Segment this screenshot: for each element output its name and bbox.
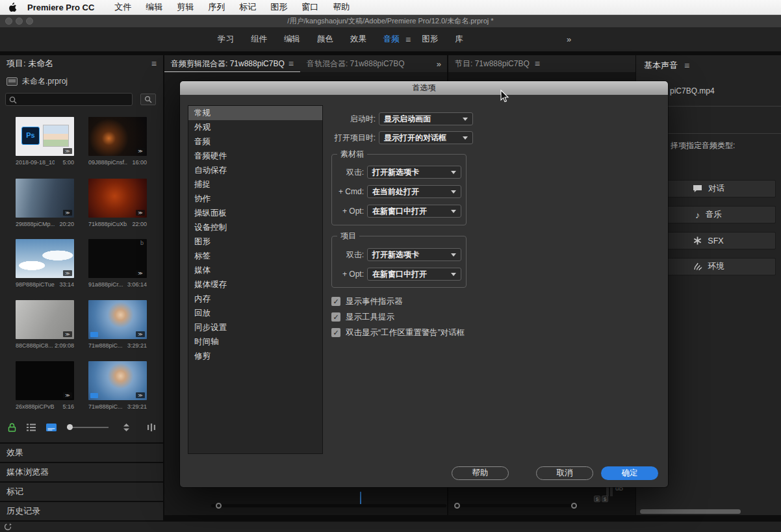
- tab-program-monitor[interactable]: 节目: 71w888piC7BQ ≡: [448, 55, 635, 72]
- playhead-marker[interactable]: [360, 492, 361, 504]
- checkbox[interactable]: [331, 297, 340, 306]
- checkbox-row-tooltips[interactable]: 显示工具提示: [331, 312, 394, 322]
- bins-opt-dropdown[interactable]: 在新窗口中打开: [367, 205, 461, 218]
- clip-thumbnail[interactable]: ≫: [16, 117, 74, 156]
- menubar-app-name[interactable]: Premiere Pro CC: [27, 3, 94, 12]
- workspace-tab-graphics[interactable]: 图形: [413, 27, 446, 51]
- clip-thumbnail[interactable]: ≫: [16, 361, 74, 400]
- project-item[interactable]: ≫ 91a888piCr...3:06:14: [88, 239, 147, 288]
- slider-knob[interactable]: [67, 424, 73, 430]
- open-projects-dropdown[interactable]: 显示打开的对话框: [379, 131, 473, 144]
- workspace-tab-assembly[interactable]: 组件: [242, 27, 275, 51]
- menubar-item-graphics[interactable]: 图形: [263, 1, 294, 13]
- project-item[interactable]: ≫ 71w888piC...3:29:21: [88, 300, 147, 349]
- horizontal-scrollbar[interactable]: [454, 504, 578, 507]
- sync-status-icon[interactable]: [4, 523, 12, 531]
- horizontal-scrollbar[interactable]: [211, 504, 446, 507]
- project-item[interactable]: ≫ 09J888piCnsf...16:00: [88, 117, 147, 166]
- workspace-menu-icon[interactable]: ≡: [405, 34, 411, 45]
- clip-thumbnail[interactable]: ≫: [88, 179, 147, 218]
- panel-menu-icon[interactable]: ≡: [535, 58, 540, 69]
- menubar-item-clip[interactable]: 剪辑: [170, 1, 201, 13]
- menubar-item-file[interactable]: 文件: [107, 1, 138, 13]
- tab-essential-sound[interactable]: 基本声音 ≡: [636, 55, 781, 76]
- checkbox-row-workspace-warning[interactable]: 双击显示“工作区重置警告”对话框: [331, 327, 465, 338]
- checkbox[interactable]: [331, 328, 340, 337]
- ok-button[interactable]: 确定: [601, 466, 658, 480]
- project-item[interactable]: ≫ 26x888piCPvB...5:16: [16, 361, 74, 410]
- clip-thumbnail[interactable]: ≫: [16, 179, 74, 218]
- project-item[interactable]: ≫ 98P888piCTue...33:14: [16, 239, 74, 288]
- panel-menu-icon[interactable]: ≡: [288, 55, 294, 72]
- prefs-category-timeline[interactable]: 时间轴: [188, 335, 322, 349]
- checkbox-row-event-indicators[interactable]: 显示事件指示器: [331, 296, 403, 307]
- workspace-tab-learning[interactable]: 学习: [209, 27, 242, 51]
- project-file-row[interactable]: 未命名.prproj: [6, 76, 68, 87]
- sidebar-item-media-browser[interactable]: 媒体浏览器: [0, 463, 163, 481]
- menubar-item-edit[interactable]: 编辑: [138, 1, 170, 13]
- startup-dropdown[interactable]: 显示启动画面: [379, 112, 473, 125]
- solo-button[interactable]: S: [602, 496, 608, 502]
- prefs-category-audio-hardware[interactable]: 音频硬件: [188, 149, 322, 163]
- scrollbar-handle[interactable]: [216, 503, 222, 509]
- workspace-tab-libraries[interactable]: 库: [446, 27, 472, 51]
- prefs-category-playback[interactable]: 回放: [188, 306, 322, 320]
- prefs-category-labels[interactable]: 标签: [188, 249, 322, 263]
- menubar-item-help[interactable]: 帮助: [326, 1, 357, 13]
- bins-cmd-dropdown[interactable]: 在当前处打开: [367, 185, 461, 198]
- tab-overflow-chevron[interactable]: »: [431, 59, 447, 69]
- menubar-item-sequence[interactable]: 序列: [201, 1, 232, 13]
- cancel-button[interactable]: 取消: [536, 466, 593, 480]
- horizontal-scrollbar-thumb[interactable]: [640, 509, 741, 514]
- workspace-tab-color[interactable]: 颜色: [309, 27, 342, 51]
- projects-double-click-dropdown[interactable]: 打开新选项卡: [367, 248, 461, 261]
- clip-thumbnail[interactable]: ≫: [88, 361, 147, 400]
- tab-audio-track-mixer[interactable]: 音轨混合器: 71w888piC7BQ: [300, 55, 411, 72]
- search-input[interactable]: [20, 95, 127, 104]
- sidebar-item-history[interactable]: 历史记录: [0, 502, 163, 520]
- menubar-item-markers[interactable]: 标记: [232, 1, 263, 13]
- prefs-category-sync-settings[interactable]: 同步设置: [188, 320, 322, 335]
- prefs-category-media-cache[interactable]: 媒体缓存: [188, 277, 322, 292]
- close-button[interactable]: [5, 18, 12, 25]
- help-button[interactable]: 帮助: [452, 466, 509, 480]
- project-item[interactable]: ≫ 29t888piCMp...20:20: [16, 179, 74, 227]
- prefs-category-control-surface[interactable]: 操纵面板: [188, 206, 322, 220]
- project-item[interactable]: ≫ 88C888piC8...2:09:08: [16, 300, 74, 349]
- sidebar-item-effects[interactable]: 效果: [0, 444, 163, 462]
- dialog-title[interactable]: 首选项: [180, 81, 668, 95]
- apple-icon[interactable]: [9, 3, 17, 12]
- checkbox[interactable]: [331, 312, 340, 322]
- workspace-tab-effects[interactable]: 效果: [342, 27, 375, 51]
- prefs-category-auto-save[interactable]: 自动保存: [188, 163, 322, 177]
- prefs-category-device-control[interactable]: 设备控制: [188, 220, 322, 234]
- sort-order-icon[interactable]: [123, 424, 130, 431]
- clip-thumbnail[interactable]: ≫: [16, 239, 74, 278]
- menubar-item-window[interactable]: 窗口: [294, 1, 326, 13]
- prefs-category-media[interactable]: 媒体: [188, 263, 322, 277]
- projects-opt-dropdown[interactable]: 在新窗口中打开: [367, 268, 461, 281]
- search-box[interactable]: [5, 93, 133, 106]
- scrollbar-handle[interactable]: [454, 503, 460, 509]
- clip-thumbnail[interactable]: ≫: [88, 117, 147, 156]
- project-item[interactable]: ≫ 71k888piCuXb...22:00: [88, 179, 147, 227]
- prefs-category-capture[interactable]: 捕捉: [188, 177, 322, 192]
- solo-button[interactable]: S: [594, 496, 600, 502]
- automation-bars-icon[interactable]: [147, 424, 155, 431]
- clip-thumbnail[interactable]: ≫: [16, 300, 74, 339]
- prefs-category-memory[interactable]: 内存: [188, 292, 322, 306]
- minimize-button[interactable]: [16, 18, 23, 25]
- panel-menu-icon[interactable]: ≡: [684, 60, 689, 71]
- prefs-category-graphics[interactable]: 图形: [188, 234, 322, 249]
- workspace-tab-editing[interactable]: 编辑: [275, 27, 309, 51]
- clip-thumbnail[interactable]: ≫: [88, 300, 147, 339]
- clip-thumbnail[interactable]: ≫: [88, 239, 147, 278]
- scrollbar-handle[interactable]: [571, 503, 577, 509]
- workspace-tab-audio[interactable]: 音频: [375, 27, 408, 51]
- project-panel-header[interactable]: 项目: 未命名 ≡: [0, 55, 163, 72]
- zoom-button[interactable]: [26, 18, 33, 25]
- thumbnail-zoom-slider[interactable]: [68, 427, 109, 428]
- icon-view-icon[interactable]: [46, 424, 57, 431]
- prefs-category-collaboration[interactable]: 协作: [188, 192, 322, 206]
- panel-menu-icon[interactable]: ≡: [151, 58, 157, 69]
